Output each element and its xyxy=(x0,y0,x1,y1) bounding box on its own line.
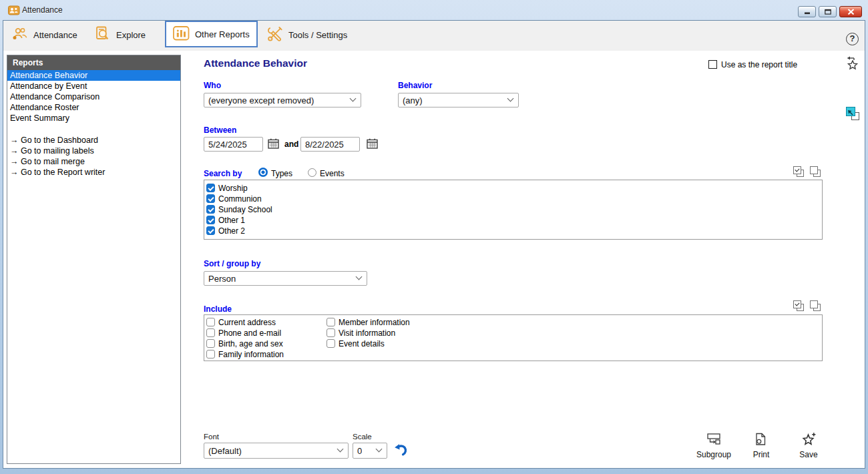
radio-events[interactable] xyxy=(308,168,316,177)
between-label: Between xyxy=(204,126,236,135)
calendar-icon[interactable] xyxy=(268,138,280,152)
include-label-item: Phone and e-mail xyxy=(218,328,281,338)
search-by-label: Search by xyxy=(204,169,242,178)
include-label-item: Birth, age and sex xyxy=(218,339,283,348)
type-label: Worship xyxy=(218,184,248,193)
calendar-icon[interactable] xyxy=(367,138,379,152)
clear-all-front-box xyxy=(810,300,818,308)
type-label: Other 1 xyxy=(218,216,245,225)
bar-chart-icon xyxy=(173,26,190,43)
tab-tools-settings[interactable]: Tools / Settings xyxy=(266,23,347,47)
app-window: Attendance Attendance Explore Other Repo… xyxy=(0,0,868,474)
chevron-down-icon xyxy=(356,274,361,280)
tab-other-reports[interactable]: Other Reports xyxy=(165,21,258,47)
radio-events-label: Events xyxy=(320,169,345,178)
radio-types-label: Types xyxy=(271,169,292,178)
include-checkbox-birth-age-sex[interactable] xyxy=(206,339,215,348)
reports-sidebar: Reports Attendance Behavior Attendance b… xyxy=(7,55,181,464)
sidebar-item-event-summary[interactable]: Event Summary xyxy=(7,113,180,124)
behavior-value: (any) xyxy=(403,95,423,105)
chevron-down-icon xyxy=(350,96,355,101)
print-button[interactable]: Print xyxy=(738,450,785,459)
sidebar-link-mail-merge[interactable]: → Go to mail merge xyxy=(7,156,180,167)
favorite-star-icon[interactable] xyxy=(845,55,860,73)
sidebar-item-attendance-comparison[interactable]: Attendance Comparison xyxy=(7,91,180,102)
tab-attendance[interactable]: Attendance xyxy=(11,23,77,47)
undo-icon[interactable] xyxy=(393,443,408,460)
end-date-value: 8/22/2025 xyxy=(305,140,344,150)
save-star-icon[interactable] xyxy=(801,432,817,449)
behavior-label: Behavior xyxy=(398,81,432,90)
sidebar-spacer xyxy=(7,124,180,135)
behavior-dropdown[interactable]: (any) xyxy=(398,93,519,107)
radio-types[interactable] xyxy=(258,168,268,177)
font-label: Font xyxy=(204,433,219,441)
select-all-icon[interactable] xyxy=(793,300,805,312)
sidebar-link-dashboard[interactable]: → Go to the Dashboard xyxy=(7,135,180,146)
scale-dropdown[interactable]: 0 xyxy=(353,443,387,459)
type-checkbox-worship[interactable] xyxy=(206,184,215,192)
use-as-report-title-checkbox[interactable] xyxy=(708,60,717,69)
explore-icon xyxy=(95,26,111,43)
close-button[interactable] xyxy=(839,6,862,17)
clear-all-icon[interactable] xyxy=(810,300,821,312)
include-checkbox-member-information[interactable] xyxy=(327,318,335,326)
tab-label: Explore xyxy=(116,30,146,40)
type-checkbox-other-2[interactable] xyxy=(206,226,215,235)
include-checkbox-event-details[interactable] xyxy=(327,339,335,348)
help-icon[interactable]: ? xyxy=(846,33,859,45)
type-label: Communion xyxy=(218,194,262,204)
start-date-value: 5/24/2025 xyxy=(208,140,247,150)
include-label-item: Current address xyxy=(218,318,276,327)
sidebar-link-mailing-labels[interactable]: → Go to mailing labels xyxy=(7,146,180,156)
popout-icon[interactable] xyxy=(846,107,861,122)
scale-label: Scale xyxy=(353,433,372,441)
include-label-item: Event details xyxy=(339,339,385,348)
sidebar-item-attendance-by-event[interactable]: Attendance by Event xyxy=(7,81,180,91)
who-dropdown[interactable]: (everyone except removed) xyxy=(204,93,361,107)
subgroup-icon[interactable] xyxy=(707,433,721,448)
start-date-input[interactable]: 5/24/2025 xyxy=(204,137,263,152)
clear-all-icon[interactable] xyxy=(810,166,821,178)
font-dropdown[interactable]: (Default) xyxy=(204,443,349,459)
include-checkbox-family-information[interactable] xyxy=(206,350,215,359)
print-icon[interactable] xyxy=(755,433,767,449)
chevron-down-icon xyxy=(507,96,513,101)
between-conjunction: and xyxy=(284,140,298,149)
clear-all-front-box xyxy=(810,166,818,174)
type-checkbox-other-1[interactable] xyxy=(206,216,215,224)
scale-value: 0 xyxy=(357,446,362,456)
sort-group-by-label: Sort / group by xyxy=(204,259,260,268)
sidebar-link-report-writer[interactable]: → Go to the Report writer xyxy=(7,167,180,178)
save-button[interactable]: Save xyxy=(785,450,832,459)
sidebar-item-attendance-behavior[interactable]: Attendance Behavior xyxy=(7,70,180,81)
types-listbox[interactable]: Worship Communion Sunday School Other 1 … xyxy=(204,180,823,240)
type-checkbox-sunday-school[interactable] xyxy=(206,205,215,214)
include-label-item: Member information xyxy=(339,318,410,327)
tab-explore[interactable]: Explore xyxy=(95,23,146,47)
type-checkbox-communion[interactable] xyxy=(206,194,215,203)
page-title: Attendance Behavior xyxy=(204,57,307,69)
app-icon xyxy=(8,5,20,18)
sort-group-by-dropdown[interactable]: Person xyxy=(204,271,367,286)
tab-label: Other Reports xyxy=(195,29,250,39)
include-checkbox-current-address[interactable] xyxy=(206,318,215,326)
select-all-icon[interactable] xyxy=(793,166,805,178)
include-label-item: Visit information xyxy=(339,328,395,338)
type-label: Other 2 xyxy=(218,226,245,236)
tab-label: Attendance xyxy=(33,30,77,40)
type-label: Sunday School xyxy=(218,205,272,214)
sidebar-item-attendance-roster[interactable]: Attendance Roster xyxy=(7,102,180,113)
maximize-button[interactable] xyxy=(819,6,837,17)
font-value: (Default) xyxy=(208,446,242,456)
chevron-down-icon xyxy=(376,447,381,452)
include-checkbox-phone-email[interactable] xyxy=(206,328,215,337)
subgroup-button[interactable]: Subgroup xyxy=(690,450,737,459)
minimize-button[interactable] xyxy=(798,6,816,17)
end-date-input[interactable]: 8/22/2025 xyxy=(300,137,360,152)
sort-group-by-value: Person xyxy=(208,274,236,284)
window-title: Attendance xyxy=(22,5,63,15)
include-checkbox-visit-information[interactable] xyxy=(327,328,335,337)
include-label-item: Family information xyxy=(218,350,284,359)
who-value: (everyone except removed) xyxy=(208,95,314,105)
